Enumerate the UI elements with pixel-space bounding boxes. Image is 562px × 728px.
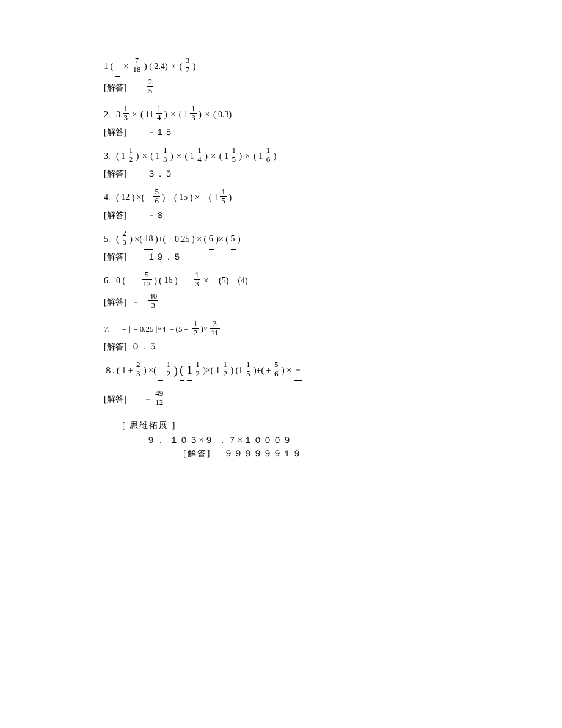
text: ) ×( [132,187,145,208]
answer-value: 40 3 [148,293,158,311]
fraction: 1 6 [265,146,272,164]
problem-3-number: 3. [104,146,111,167]
denominator: 3 [135,369,142,378]
fraction: 1 4 [196,146,203,164]
problem-8-answer: [解答] － 49 12 [104,390,495,408]
numerator: 1 [166,360,172,369]
answer-label: [解答] [104,82,126,93]
text: ) (1 [231,360,243,381]
numerator: 1 [220,187,227,196]
denominator: 3 [148,300,158,310]
paren: ( [213,104,216,125]
problem-8-expr: ８. ( 1 + 2 3 ) ×( 1 2 ) ( 1 1 2 )×( 1 1 [104,360,495,380]
denominator: 6 [153,196,160,205]
denominator: 2 [222,369,229,378]
fraction: 1 2 [194,360,201,378]
numerator: 3 [210,319,220,328]
problem-7-number: 7. [104,319,110,340]
fraction: 3 11 [210,319,220,337]
minus: － [144,394,152,405]
problem-6-answer: [解答] － 40 3 [104,293,495,311]
number: 0.25 [175,229,190,250]
paren: ) [205,146,208,167]
answer-value: ０．５ [131,341,157,352]
problem-9-expr: １０３×９ ．７×１０００９ [170,435,293,446]
denominator: 7 [184,65,191,74]
denominator: 4 [156,113,162,122]
times: × [133,104,137,125]
text: )+( [254,360,264,381]
blank [212,270,217,291]
numerator: 1 [194,271,200,279]
fraction: 2 3 [135,360,142,378]
numerator: 1 [196,146,203,155]
denominator: 2 [166,369,172,378]
paren: ) [193,56,196,77]
answer-value: １９．５ [147,252,181,263]
paren: ( [116,229,119,250]
times: × [177,146,181,167]
answer-value: 2 5 [147,79,154,96]
text: 0.3) [218,104,232,125]
text: ) × [282,360,291,381]
problem-9-number: ９． [147,435,166,446]
times: × [211,146,216,167]
blank [115,56,120,77]
paren: ) [162,187,165,208]
denominator: 3 [162,155,169,164]
numerator: 1 [222,360,229,369]
blank [231,270,236,291]
numerator: 1 [265,146,272,155]
denominator: 5 [245,369,252,378]
text: ) ×( [130,229,142,250]
numerator: 1 [230,146,237,155]
paren: ) [170,146,173,167]
denominator: 6 [265,155,272,164]
denominator: 5 [230,155,237,164]
paren: ) [164,104,167,125]
extension-section: [ 思维拓展 ] ９． １０３×９ ．７×１０００９ [解答] ９９９９９９１９ [67,420,495,459]
problem-4: 4. ( 12 ) ×( 5 6 ) ( 15 ) × ( 1 1 5 ) [解… [67,187,495,221]
denominator: 18 [132,65,142,74]
text: )+( [155,229,166,250]
blank [134,270,139,291]
times: × [246,146,250,167]
fraction: 40 3 [148,292,158,310]
fraction: 1 3 [162,146,169,164]
plus: + [266,360,271,381]
text: 0 ( [116,271,125,291]
problem-4-answer: [解答] －８ [104,210,495,221]
problem-3: 3. ( 1 1 2 ) × ( 1 1 3 ) × ( 1 1 4 ) × (… [67,145,495,180]
numerator: 2 [135,360,142,369]
fraction: 7 18 [132,56,142,74]
problem-1: 1 ( × 7 18 ) ( 2.4) × ( 3 7 ) [解答] 2 5 [67,56,495,96]
answer-label: [解答] [104,252,126,263]
document-page: 1 ( × 7 18 ) ( 2.4) × ( 3 7 ) [解答] 2 5 [0,0,562,484]
answer-value: －８ [147,210,164,221]
fraction: 2 5 [147,78,154,95]
blank [158,360,163,381]
numerator: 7 [132,56,142,65]
denominator: 12 [154,398,164,407]
times: × [203,271,208,291]
fraction: 1 4 [156,104,162,122]
blank [128,270,133,291]
text: |×4 [156,319,166,340]
problem-1-answer: [解答] 2 5 [104,79,495,96]
problem-1-number: 1 [104,56,108,77]
denominator: 3 [121,238,128,247]
fraction: 1 3 [123,104,130,122]
numerator: 1 [156,104,162,113]
extension-heading: [ 思维拓展 ] [122,420,495,431]
numerator: 1 [194,360,201,369]
numerator: 1 [245,360,252,369]
numerator: 1 [192,319,199,328]
text: ( 1 [254,146,263,167]
fraction: 49 12 [154,389,164,407]
denominator: 2 [128,155,134,164]
fraction: 1 2 [222,360,229,378]
text: ) ( [154,271,162,291]
fraction: 1 5 [245,360,252,378]
numerator: 1 [190,104,197,113]
problem-5: 5. ( 2 3 ) ×( 18 )+( + 0.25 ) × ( 6 )× (… [67,228,495,263]
